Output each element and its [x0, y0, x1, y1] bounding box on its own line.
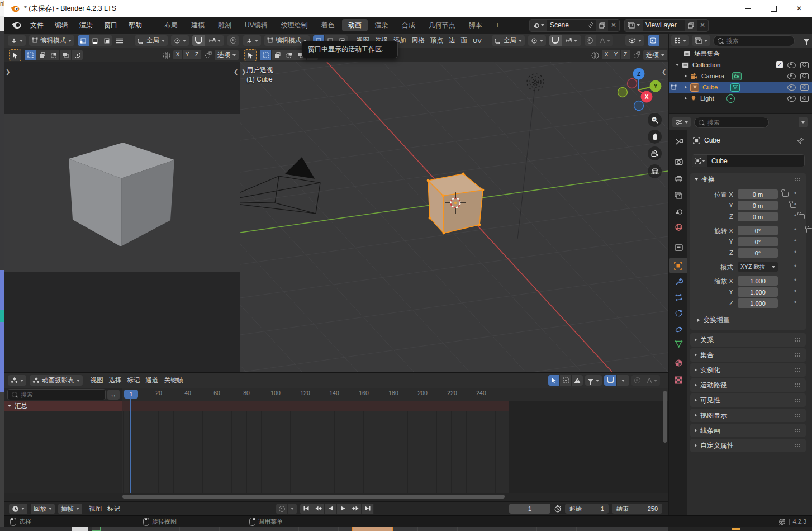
- panel-visibility[interactable]: 可见性: [690, 393, 806, 407]
- unlink-scene-button[interactable]: ✕: [608, 20, 619, 31]
- play-reverse-button[interactable]: [325, 504, 337, 514]
- channel-list-area[interactable]: [4, 411, 122, 493]
- maximize-button[interactable]: [761, 1, 786, 16]
- toolbar-expand-chevron[interactable]: ❯: [6, 69, 10, 75]
- outliner-row-camera[interactable]: Camera: [669, 70, 812, 82]
- playback-dropdown[interactable]: 回放: [31, 504, 55, 514]
- select-subtract-button[interactable]: [48, 50, 60, 60]
- tab-render[interactable]: [673, 156, 684, 167]
- playhead-line[interactable]: [130, 397, 131, 493]
- panel-line-art[interactable]: 线条画: [690, 424, 806, 437]
- proportional-edit-button[interactable]: [585, 35, 596, 46]
- xray-toggle-button[interactable]: [648, 35, 659, 46]
- select-subtract-button[interactable]: [283, 50, 295, 60]
- editor-type-button[interactable]: [8, 375, 26, 386]
- proportional-falloff-dropdown[interactable]: [643, 375, 660, 386]
- workspace-tab-rendering[interactable]: 渲染: [369, 19, 395, 31]
- panel-relations[interactable]: 关系: [690, 333, 806, 347]
- disable-render-icon[interactable]: [800, 73, 809, 79]
- transform-delta-subpanel[interactable]: 变换增量: [697, 315, 730, 325]
- tab-world[interactable]: [673, 221, 684, 233]
- select-new-button[interactable]: [260, 50, 272, 60]
- dope-sheet-mode-dropdown[interactable]: 动画摄影表: [30, 375, 83, 386]
- tab-particles[interactable]: [673, 292, 684, 303]
- blender-menu-icon[interactable]: [11, 21, 21, 29]
- expand-caret-icon[interactable]: [685, 74, 687, 78]
- workspace-tab-layout[interactable]: 布局: [158, 19, 184, 31]
- scale-x-field[interactable]: 1.000: [738, 276, 778, 286]
- new-viewlayer-button[interactable]: [685, 20, 697, 31]
- editor-type-button[interactable]: [8, 35, 26, 46]
- animate-dot[interactable]: •: [794, 201, 796, 208]
- active-tool-button[interactable]: [244, 49, 257, 61]
- mode-dropdown[interactable]: 编辑模式: [29, 35, 74, 46]
- main-viewport[interactable]: Z Y X 用户透视 (1) Cube ❯ ❮ +: [240, 62, 668, 372]
- object-id-dropdown[interactable]: [692, 155, 707, 167]
- visibility-dropdown[interactable]: [625, 35, 644, 46]
- tab-material[interactable]: [673, 357, 684, 368]
- select-extend-button[interactable]: [36, 50, 48, 60]
- tool-options-dropdown[interactable]: 选项: [215, 50, 239, 60]
- filter-icon[interactable]: [804, 39, 809, 42]
- workspace-tab-compositing[interactable]: 合成: [396, 19, 421, 31]
- collection-checkbox[interactable]: ✓: [776, 61, 783, 68]
- workspace-tab-sculpting[interactable]: 雕刻: [212, 19, 238, 31]
- menu-uv[interactable]: UV: [472, 37, 483, 44]
- edge-select-button[interactable]: [89, 35, 101, 46]
- animate-dot[interactable]: •: [794, 287, 796, 295]
- pivot-point-dropdown[interactable]: [528, 35, 546, 46]
- panel-grip[interactable]: [794, 413, 801, 418]
- menu-vertex[interactable]: 顶点: [429, 36, 444, 45]
- expand-caret-icon[interactable]: [685, 97, 687, 100]
- expand-caret-icon[interactable]: [676, 64, 679, 66]
- current-frame-badge[interactable]: 1: [124, 390, 138, 399]
- menu-select[interactable]: 选择: [108, 376, 123, 385]
- vertex-select-button[interactable]: [78, 35, 89, 46]
- animate-dot[interactable]: •: [794, 237, 796, 245]
- channel-search-input[interactable]: [20, 391, 101, 399]
- frame-start-field[interactable]: 起始 1: [565, 504, 609, 514]
- proportional-edit-button[interactable]: [631, 375, 643, 386]
- previous-keyframe-button[interactable]: [312, 504, 325, 514]
- animate-dot[interactable]: •: [794, 262, 796, 270]
- rotation-x-field[interactable]: 0°: [738, 226, 778, 235]
- viewlayer-browse-button[interactable]: [625, 20, 643, 31]
- select-extend-button[interactable]: [272, 50, 283, 60]
- transform-orientation-dropdown[interactable]: 全局: [492, 35, 525, 46]
- only-selected-button[interactable]: [548, 375, 560, 386]
- pivot-point-dropdown[interactable]: [171, 35, 189, 46]
- snap-base-icon[interactable]: [633, 51, 640, 59]
- outliner-search-input[interactable]: [725, 37, 790, 45]
- close-button[interactable]: ✕: [786, 1, 812, 16]
- menu-file[interactable]: 文件: [25, 19, 49, 31]
- animate-dot[interactable]: •: [794, 212, 796, 220]
- properties-editor-type-button[interactable]: [672, 117, 691, 127]
- snap-toggle-button[interactable]: [549, 35, 562, 46]
- mirror-z-button[interactable]: Z: [621, 50, 630, 59]
- panel-viewport-display[interactable]: 视图显示: [690, 409, 806, 422]
- pin-id-icon[interactable]: [797, 137, 804, 144]
- menu-window[interactable]: 窗口: [98, 19, 123, 31]
- next-keyframe-button[interactable]: [349, 504, 362, 514]
- object-name-field[interactable]: Cube: [692, 154, 805, 167]
- snap-toggle-button[interactable]: [192, 35, 205, 46]
- vertical-scrollbar[interactable]: [663, 391, 667, 443]
- animate-dot[interactable]: •: [794, 189, 796, 197]
- animate-dot[interactable]: •: [794, 298, 796, 306]
- panel-grip[interactable]: [794, 177, 801, 182]
- tab-collection[interactable]: [673, 242, 684, 253]
- animate-dot[interactable]: •: [794, 248, 796, 256]
- outliner-display-mode-dropdown[interactable]: [671, 35, 689, 46]
- panel-grip[interactable]: [794, 368, 801, 372]
- properties-options-dropdown[interactable]: [799, 117, 808, 127]
- workspace-tab-animation[interactable]: 动画: [342, 19, 368, 31]
- select-intersect-button[interactable]: [72, 50, 83, 60]
- animate-dot[interactable]: •: [794, 276, 796, 284]
- disable-render-icon[interactable]: [800, 84, 809, 91]
- mesh-data-badge[interactable]: [730, 83, 740, 92]
- remove-viewlayer-button[interactable]: ✕: [697, 20, 708, 31]
- menu-help[interactable]: 帮助: [123, 19, 148, 31]
- panel-grip[interactable]: [794, 443, 801, 448]
- panel-custom-properties[interactable]: 自定义属性: [690, 439, 806, 452]
- tab-object-active[interactable]: [669, 258, 687, 273]
